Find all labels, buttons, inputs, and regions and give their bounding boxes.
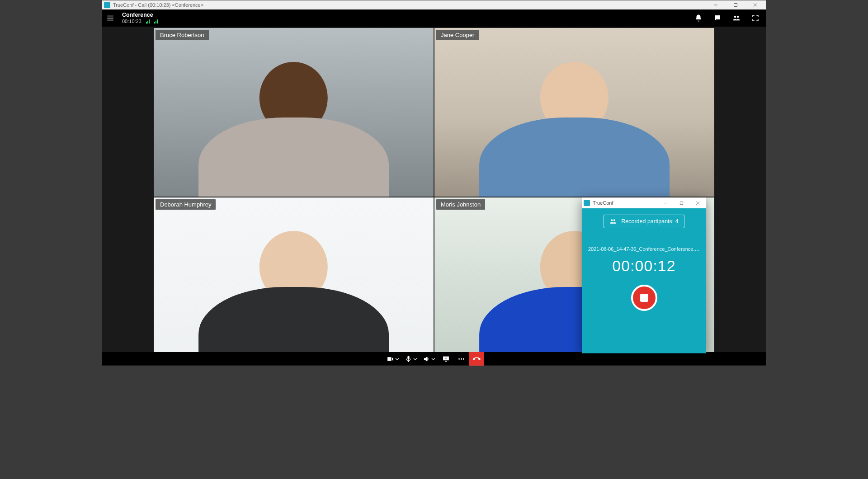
participant-name: Deborah Humphrey	[156, 199, 216, 210]
speaker-toggle[interactable]	[420, 352, 438, 366]
share-screen-button[interactable]	[438, 352, 453, 366]
participant-video	[154, 28, 434, 197]
recorder-titlebar[interactable]: TrueConf	[582, 197, 706, 208]
participants-button[interactable]	[730, 11, 743, 25]
signal-strength-icon	[146, 19, 150, 23]
window-minimize-button[interactable]	[707, 0, 724, 9]
fullscreen-button[interactable]	[749, 11, 762, 25]
recorder-window-title: TrueConf	[593, 200, 613, 206]
svg-point-2	[461, 358, 462, 360]
participant-tile[interactable]: Jane Cooper	[434, 28, 714, 197]
conference-info: Conference 00:10:23	[122, 12, 158, 24]
signal-strength-icon	[154, 19, 158, 23]
chat-button[interactable]	[711, 11, 724, 25]
app-top-bar: Conference 00:10:23	[102, 9, 766, 27]
recorder-minimize-button[interactable]	[658, 197, 672, 208]
camera-toggle[interactable]	[384, 352, 402, 366]
window-close-button[interactable]	[747, 0, 764, 9]
svg-point-3	[463, 358, 464, 360]
participant-name: Moris Johnston	[436, 199, 485, 210]
recorded-participants-chip[interactable]: Recorded partipants: 4	[604, 215, 684, 228]
conference-title: Conference	[122, 12, 158, 19]
participant-name: Jane Cooper	[436, 30, 479, 40]
recording-file-name: 2021-08-06_14-47-36_Conference_Conferenc…	[588, 246, 700, 252]
recorder-body: Recorded partipants: 4 2021-08-06_14-47-…	[582, 208, 706, 353]
recorder-maximize-button[interactable]	[675, 197, 688, 208]
stop-icon	[640, 294, 648, 302]
conference-elapsed: 00:10:23	[122, 19, 142, 24]
notifications-button[interactable]	[692, 11, 705, 25]
app-icon	[584, 200, 590, 206]
video-stage: Bruce Robertson Jane Cooper Deborah Hump…	[102, 27, 766, 366]
os-titlebar: TrueConf - Call (00:10:23) <Conference>	[102, 0, 766, 9]
recorder-close-button[interactable]	[691, 197, 704, 208]
svg-rect-4	[680, 202, 683, 204]
more-options-button[interactable]	[453, 352, 469, 366]
os-title: TrueConf - Call (00:10:23) <Conference>	[113, 2, 203, 8]
svg-point-1	[458, 358, 460, 360]
window-maximize-button[interactable]	[727, 0, 744, 9]
call-controls	[102, 352, 766, 366]
menu-button[interactable]	[104, 12, 117, 24]
participant-tile[interactable]: Deborah Humphrey	[154, 197, 434, 366]
microphone-toggle[interactable]	[402, 352, 420, 366]
participant-name: Bruce Robertson	[156, 30, 209, 40]
conference-subline: 00:10:23	[122, 19, 158, 24]
participant-tile[interactable]: Bruce Robertson	[154, 28, 434, 197]
participant-video	[154, 197, 434, 366]
stop-recording-button[interactable]	[631, 285, 657, 311]
recorded-participants-label: Recorded partipants: 4	[621, 218, 678, 225]
recorder-window[interactable]: TrueConf Recorded partipants: 4 2021-08-…	[582, 197, 706, 353]
svg-rect-0	[734, 4, 737, 7]
participants-icon	[609, 218, 617, 225]
recording-elapsed: 00:00:12	[612, 257, 675, 275]
app-window: TrueConf - Call (00:10:23) <Conference> …	[102, 0, 766, 366]
participant-video	[434, 28, 714, 197]
app-icon	[104, 2, 110, 8]
hangup-button[interactable]	[469, 352, 484, 366]
